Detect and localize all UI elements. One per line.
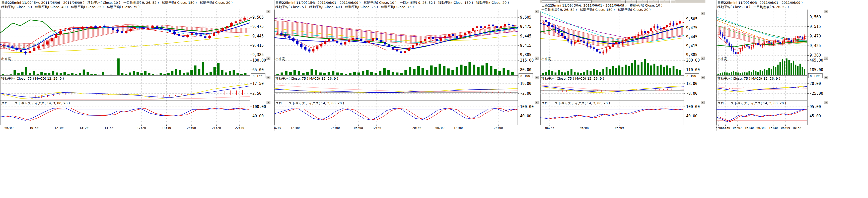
pane-collapse-button[interactable] — [701, 101, 705, 104]
candlestick — [488, 23, 490, 28]
volume-bar — [773, 66, 774, 75]
axis-label: 280.00 — [686, 58, 700, 62]
volume-multiplier-box: × 100 — [808, 74, 822, 78]
candlestick — [320, 43, 322, 48]
macd-pane-label: 移動平均( Close, 75 ) MACD( 12, 26, 9 ) — [717, 77, 780, 80]
axis-label: 40.00 — [686, 114, 698, 118]
axis-label: 95.00 — [810, 105, 821, 109]
pane-collapse-button[interactable] — [535, 101, 538, 104]
candlestick — [204, 35, 207, 39]
volume-bar — [375, 73, 377, 75]
axis-label: 9,560 — [810, 15, 821, 19]
volume-bar — [634, 60, 636, 75]
volume-bar — [771, 69, 772, 75]
axis-label: 16:30 — [769, 126, 778, 130]
pane-collapse-button[interactable] — [267, 10, 270, 13]
pane-collapse-button[interactable] — [267, 76, 270, 79]
volume-bar — [202, 62, 204, 75]
volume-bar — [133, 72, 135, 75]
candlestick — [396, 48, 398, 53]
candlestick — [308, 48, 311, 53]
axis-label: 06/08 — [580, 126, 589, 130]
volume-bar — [793, 61, 794, 75]
axis-label: 20:00 — [187, 126, 196, 130]
volume-bar — [490, 66, 492, 75]
win-60min: 日経225mini 11/09( 60分, 2011/06/01 - 2011/… — [716, 0, 829, 131]
volume-bar — [63, 72, 66, 75]
chart-canvas[interactable]: 06/0616:3006/0716:3006/0816:3006/0916:30… — [716, 0, 829, 131]
volume-bar — [179, 70, 181, 75]
pane-collapse-button[interactable] — [701, 76, 705, 79]
candlestick — [209, 34, 211, 39]
pane-collapse-button[interactable] — [535, 76, 538, 79]
volume-bar — [477, 67, 479, 75]
volume-bar — [94, 74, 97, 75]
axis-label: 100.00 — [252, 105, 266, 109]
axis-label: 100.00 — [520, 105, 534, 109]
axis-label: 13:20 — [80, 126, 89, 130]
volume-bar — [160, 73, 162, 75]
volume-bar — [631, 63, 633, 75]
volume-bar — [777, 64, 778, 75]
candlestick — [29, 50, 31, 55]
volume-bar — [13, 70, 16, 75]
volume-bar — [417, 66, 420, 75]
volume-bar — [167, 74, 169, 75]
volume-bar — [285, 71, 287, 75]
pane-collapse-button[interactable] — [824, 76, 828, 79]
candlestick — [312, 47, 315, 53]
volume-bar — [460, 64, 462, 75]
candlestick — [751, 45, 752, 50]
chart-canvas[interactable]: 06/0910:4012:0013:2014:4017:2018:4020:00… — [0, 0, 271, 131]
volume-bar — [768, 68, 770, 75]
volume-bar — [564, 73, 566, 75]
axis-label: 9,445 — [520, 34, 531, 38]
volume-bar — [232, 70, 235, 75]
candlestick — [602, 50, 604, 55]
pane-collapse-button[interactable] — [824, 10, 828, 13]
chart-canvas[interactable]: 06/0712:0020:0006/0812:0020:0006/0912:00… — [274, 0, 539, 131]
volume-bar — [784, 61, 785, 75]
candlestick — [388, 43, 390, 49]
volume-bar — [669, 68, 671, 75]
candlestick — [570, 40, 572, 46]
volume-bar — [797, 66, 799, 75]
candlestick — [738, 51, 739, 56]
volume-bar — [315, 70, 317, 75]
candlestick — [676, 21, 678, 26]
volume-bar — [753, 70, 754, 75]
volume-bar — [503, 68, 505, 75]
volume-bar — [10, 74, 12, 75]
volume-bar — [782, 59, 783, 75]
volume-bar — [430, 65, 433, 75]
volume-bar — [443, 66, 445, 75]
axis-label: 06/07 — [545, 126, 554, 130]
volume-bar — [673, 66, 675, 75]
pane-collapse-button[interactable] — [701, 12, 705, 15]
axis-label: 12:00 — [372, 126, 381, 130]
volume-bar — [21, 72, 24, 75]
volume-bar — [766, 70, 767, 75]
axis-label: 9,385 — [686, 53, 698, 57]
candlestick — [669, 21, 671, 26]
volume-bar — [148, 74, 150, 75]
pane-collapse-button[interactable] — [267, 101, 270, 104]
axis-label: 40.00 — [252, 114, 264, 118]
candlestick — [749, 45, 750, 50]
pane-collapse-button[interactable] — [824, 57, 828, 60]
pane-collapse-button[interactable] — [824, 101, 828, 104]
win-5min: 日経225mini 11/09( 5分, 2011/06/06 - 2011/0… — [0, 0, 271, 131]
axis-label: 100.00 — [686, 105, 700, 109]
win-15min: 日経225mini 11/09( 15分, 2011/06/01 - 2011/… — [274, 0, 539, 131]
pane-collapse-button[interactable] — [535, 10, 538, 13]
pane-collapse-button[interactable] — [535, 57, 538, 60]
pane-collapse-button[interactable] — [267, 57, 270, 60]
axis-label: × 100 — [253, 74, 262, 78]
pane-collapse-button[interactable] — [701, 57, 705, 60]
candlestick — [746, 43, 748, 48]
chart-canvas[interactable]: 06/0706/0806/099,5059,4759,4459,4159,385… — [540, 0, 706, 131]
candlestick — [596, 48, 598, 54]
axis-label: 9,380 — [810, 53, 821, 58]
volume-bar — [206, 73, 208, 75]
volume-bar — [744, 72, 745, 75]
